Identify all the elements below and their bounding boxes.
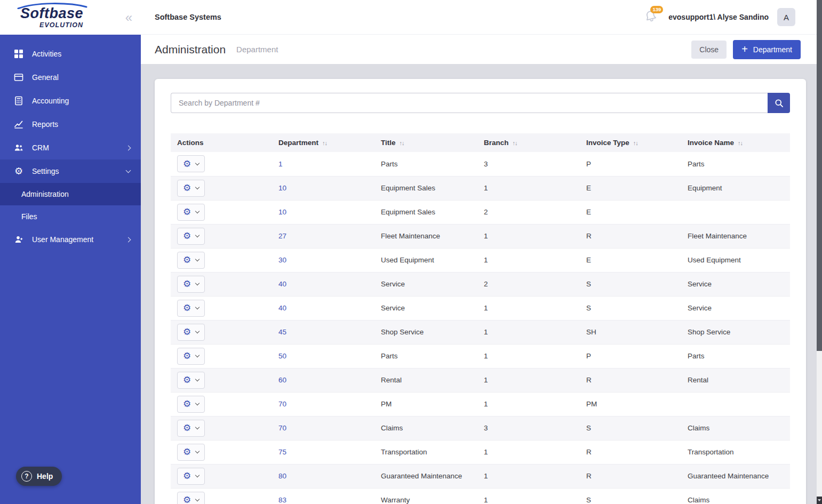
department-link[interactable]: 60 <box>278 376 286 384</box>
invoice-type-cell: S <box>580 272 681 296</box>
add-department-button[interactable]: + Department <box>733 40 801 59</box>
actions-cell: ⚙ <box>171 296 272 320</box>
avatar[interactable]: A <box>777 8 795 26</box>
title-cell: Service <box>374 272 477 296</box>
logo-swoosh <box>17 3 87 9</box>
table-row: ⚙ 70 PM 1 PM <box>171 392 790 416</box>
table-row: ⚙ 30 Used Equipment 1 E Used Equipment <box>171 248 790 272</box>
sidebar-item-administration[interactable]: Administration <box>0 183 141 205</box>
department-cell: 60 <box>272 368 374 392</box>
invoice-name-cell: Guaranteed Maintenance <box>681 464 790 488</box>
sidebar-collapse-icon[interactable]: « <box>125 11 132 24</box>
branch-cell: 1 <box>477 392 580 416</box>
department-link[interactable]: 40 <box>278 280 286 288</box>
department-link[interactable]: 27 <box>278 232 286 240</box>
close-button[interactable]: Close <box>691 41 727 59</box>
plus-icon: + <box>741 44 748 54</box>
notifications-button[interactable]: 139 <box>644 10 660 25</box>
sidebar-item-label: Files <box>21 212 37 221</box>
department-link[interactable]: 10 <box>278 184 286 192</box>
department-link[interactable]: 45 <box>278 328 286 336</box>
column-header-invoice-name[interactable]: Invoice Name↑↓ <box>681 133 790 152</box>
sidebar-item-general[interactable]: General <box>0 66 141 89</box>
actions-cell: ⚙ <box>171 176 272 200</box>
row-actions-button[interactable]: ⚙ <box>177 444 205 461</box>
title-cell: Shop Service <box>374 320 477 344</box>
scrollbar-down-button[interactable] <box>817 497 822 504</box>
branch-cell: 3 <box>477 152 580 176</box>
row-actions-button[interactable]: ⚙ <box>177 348 205 365</box>
row-actions-button[interactable]: ⚙ <box>177 204 205 221</box>
add-department-label: Department <box>753 45 792 54</box>
title-cell: Claims <box>374 416 477 440</box>
sidebar-item-reports[interactable]: Reports <box>0 113 141 136</box>
row-actions-button[interactable]: ⚙ <box>177 372 205 389</box>
sidebar-item-settings[interactable]: ⚙ Settings <box>0 159 141 183</box>
gear-icon: ⚙ <box>183 183 191 193</box>
title-cell: Equipment Sales <box>374 200 477 224</box>
row-actions-button[interactable]: ⚙ <box>177 420 205 437</box>
department-card: Actions Department↑↓ Title↑↓ Branch↑↓ In… <box>155 79 806 504</box>
row-actions-button[interactable]: ⚙ <box>177 276 205 293</box>
chevron-down-icon <box>195 209 199 213</box>
department-link[interactable]: 50 <box>278 352 286 360</box>
invoice-type-cell: P <box>580 344 681 368</box>
title-cell: Guaranteed Maintenance <box>374 464 477 488</box>
department-cell: 40 <box>272 272 374 296</box>
department-link[interactable]: 80 <box>278 472 286 480</box>
department-link[interactable]: 83 <box>278 496 286 504</box>
branch-cell: 1 <box>477 248 580 272</box>
invoice-name-cell: Shop Service <box>681 320 790 344</box>
column-header-invoice-type[interactable]: Invoice Type↑↓ <box>580 133 681 152</box>
row-actions-button[interactable]: ⚙ <box>177 252 205 269</box>
settings-group: ⚙ Settings Administration <box>0 159 141 205</box>
row-actions-button[interactable]: ⚙ <box>177 468 205 485</box>
department-link[interactable]: 1 <box>278 160 283 168</box>
row-actions-button[interactable]: ⚙ <box>177 155 205 172</box>
chevron-down-icon <box>195 257 199 261</box>
column-header-department[interactable]: Department↑↓ <box>272 133 374 152</box>
scrollbar-thumb[interactable] <box>817 0 822 351</box>
actions-cell: ⚙ <box>171 200 272 224</box>
search-input[interactable] <box>171 93 768 113</box>
gear-icon: ⚙ <box>183 471 191 481</box>
actions-cell: ⚙ <box>171 440 272 464</box>
branch-cell: 1 <box>477 296 580 320</box>
department-link[interactable]: 10 <box>278 208 286 216</box>
actions-cell: ⚙ <box>171 368 272 392</box>
sidebar-item-activities[interactable]: Activities <box>0 42 141 66</box>
sidebar-item-accounting[interactable]: Accounting <box>0 89 141 113</box>
department-cell: 40 <box>272 296 374 320</box>
column-header-title[interactable]: Title↑↓ <box>374 133 477 152</box>
gear-icon: ⚙ <box>183 375 191 385</box>
invoice-name-cell: Service <box>681 272 790 296</box>
search-button[interactable] <box>768 93 790 113</box>
invoice-type-cell: E <box>580 200 681 224</box>
table-row: ⚙ 40 Service 1 S Service <box>171 296 790 320</box>
app-root: Softbase EVOLUTION « Activities General <box>0 0 822 504</box>
department-link[interactable]: 75 <box>278 448 286 456</box>
sidebar-item-files[interactable]: Files <box>0 205 141 228</box>
department-cell: 75 <box>272 440 374 464</box>
row-actions-button[interactable]: ⚙ <box>177 324 205 341</box>
row-actions-button[interactable]: ⚙ <box>177 300 205 317</box>
logo-area: Softbase EVOLUTION « <box>0 0 141 35</box>
row-actions-button[interactable]: ⚙ <box>177 492 205 504</box>
department-link[interactable]: 70 <box>278 424 286 432</box>
calculator-icon <box>14 96 23 106</box>
help-button[interactable]: ? Help <box>16 467 62 486</box>
column-header-branch[interactable]: Branch↑↓ <box>477 133 580 152</box>
table-row: ⚙ 70 Claims 3 S Claims <box>171 416 790 440</box>
department-link[interactable]: 30 <box>278 256 286 264</box>
sidebar-nav: Activities General Accounting Reports <box>0 35 141 504</box>
department-link[interactable]: 40 <box>278 304 286 312</box>
title-cell: Rental <box>374 368 477 392</box>
sidebar-item-crm[interactable]: CRM <box>0 136 141 159</box>
row-actions-button[interactable]: ⚙ <box>177 396 205 413</box>
row-actions-button[interactable]: ⚙ <box>177 228 205 245</box>
sidebar-item-label: Accounting <box>32 97 69 105</box>
department-link[interactable]: 70 <box>278 400 286 408</box>
sidebar-item-user-management[interactable]: User Management <box>0 228 141 251</box>
row-actions-button[interactable]: ⚙ <box>177 180 205 197</box>
page-title: Administration <box>155 43 226 56</box>
